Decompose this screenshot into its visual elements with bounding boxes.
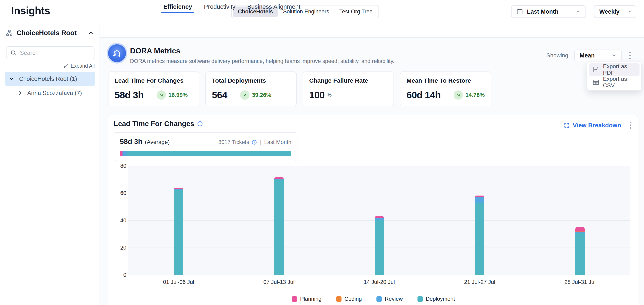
tree-item-label: ChoiceHotels Root (1) <box>19 75 77 82</box>
search-icon <box>10 49 17 56</box>
table-icon <box>592 79 599 86</box>
insights-app: Insights ChoiceHotels Solution Engineers… <box>0 0 644 305</box>
legend-item-planning[interactable]: Planning <box>292 296 322 302</box>
expand-diagonal-icon <box>64 63 69 68</box>
metric-card: Total Deployments56439.26% <box>206 71 296 106</box>
info-icon[interactable] <box>197 121 203 127</box>
y-tick-label: 40 <box>120 217 126 224</box>
bar-28-jul-31-jul[interactable] <box>575 227 585 275</box>
y-tick-label: 20 <box>120 245 126 251</box>
sidebar-divider <box>0 42 100 42</box>
period-value: Last Month <box>527 8 558 15</box>
metric-card-title: Mean Time To Restore <box>406 77 485 84</box>
metric-card-value: 564 <box>212 89 227 100</box>
tree-item-choicehotels-root[interactable]: ChoiceHotels Root (1) <box>5 72 95 86</box>
bar-segment-deployment <box>274 180 284 275</box>
dora-metrics-subtitle: DORA metrics measure software delivery p… <box>130 58 394 64</box>
tab-productivity[interactable]: Productivity <box>204 0 236 13</box>
legend-swatch <box>418 296 423 302</box>
main-tabs: Efficiency Productivity Business Alignme… <box>163 0 300 13</box>
average-label: (Average) <box>145 139 170 145</box>
lead-time-title: Lead Time For Changes <box>114 120 194 128</box>
bar-01-jul-06-jul[interactable] <box>174 188 183 275</box>
metric-card: Lead Time For Changes58d 3h16.99% <box>108 71 199 106</box>
showing-label: Showing <box>546 52 568 59</box>
lead-time-kebab-menu-icon[interactable] <box>629 120 632 130</box>
chevron-up-icon[interactable] <box>88 30 94 36</box>
bar-21-jul-27-jul[interactable] <box>475 196 484 275</box>
chevron-down-icon[interactable] <box>9 76 15 82</box>
sidebar-header[interactable]: ChoiceHotels Root <box>0 24 100 42</box>
trend-pct: 16.99% <box>168 92 188 98</box>
bar-segment-review <box>475 197 484 203</box>
y-tick-label: 80 <box>120 163 126 169</box>
progress-segment-planning <box>120 151 122 156</box>
dora-kebab-menu-icon[interactable] <box>628 51 632 60</box>
lead-time-chart: PlanningCodingReviewDeployment 020406080… <box>108 166 639 305</box>
legend-label: Deployment <box>426 296 455 302</box>
bar-07-jul-13-jul[interactable] <box>274 177 284 275</box>
legend-swatch <box>336 296 342 302</box>
metric-card-title: Lead Time For Changes <box>114 77 193 84</box>
average-value: 58d 3h <box>120 137 142 146</box>
top-controls: Last Month Weekly <box>511 5 636 18</box>
metric-card-title: Change Failure Rate <box>309 77 388 84</box>
chevron-down-icon <box>611 53 616 58</box>
tab-business-alignment[interactable]: Business Alignment <box>247 0 300 13</box>
chevron-down-icon <box>628 9 633 14</box>
legend-item-coding[interactable]: Coding <box>336 296 362 302</box>
tree-item-label: Anna Scozzafava (7) <box>27 90 82 96</box>
metric-card-value: 60d 14h <box>406 89 441 100</box>
expand-all-label: Expand All <box>71 63 95 69</box>
x-tick-label: 28 Jul-31 Jul <box>564 279 596 285</box>
period-dropdown[interactable]: Last Month <box>511 5 586 18</box>
export-as-csv-label: Export as CSV <box>603 76 636 89</box>
metric-card-unit: % <box>326 92 332 98</box>
org-tree: ChoiceHotels Root (1) Anna Scozzafava (7… <box>5 72 95 99</box>
x-tick-label: 21 Jul-27 Jul <box>464 279 495 285</box>
grid-line <box>128 166 630 166</box>
average-period: Last Month <box>264 139 291 145</box>
x-tick-label: 14 Jul-20 Jul <box>364 279 395 285</box>
trend-down-arrow-icon <box>157 90 166 100</box>
view-breakdown-label: View Breakdown <box>573 122 621 129</box>
lead-time-title-row: Lead Time For Changes <box>114 120 203 128</box>
org-tab-test-org-tree[interactable]: Test Org Tree <box>334 6 378 17</box>
tab-efficiency[interactable]: Efficiency <box>163 0 192 13</box>
bar-segment-deployment <box>374 220 384 275</box>
view-breakdown-button[interactable]: View Breakdown <box>564 122 621 129</box>
chart-legend: PlanningCodingReviewDeployment <box>108 296 639 302</box>
bar-segment-planning <box>374 216 384 218</box>
org-tree-sidebar: ChoiceHotels Root Expand All ChoiceH <box>0 24 100 305</box>
granularity-dropdown[interactable]: Weekly <box>594 5 636 18</box>
grid-line <box>128 193 630 193</box>
dora-metrics-icon <box>108 44 126 62</box>
x-tick-label: 01 Jul-06 Jul <box>163 279 194 285</box>
export-as-csv-item[interactable]: Export as CSV <box>589 76 640 88</box>
trend-badge: 16.99% <box>157 90 188 100</box>
legend-swatch <box>292 296 297 302</box>
metric-card-value: 100 <box>309 89 324 100</box>
bar-segment-deployment <box>174 190 183 275</box>
info-icon[interactable] <box>252 139 257 145</box>
search-input[interactable] <box>20 49 90 56</box>
export-as-pdf-item[interactable]: Export as PDF <box>589 63 640 76</box>
bar-14-jul-20-jul[interactable] <box>374 216 384 275</box>
search-box[interactable] <box>6 46 94 59</box>
bar-segment-review <box>374 218 384 220</box>
legend-label: Coding <box>344 296 362 302</box>
tickets-count: 8017 Tickets <box>218 139 249 145</box>
y-tick-label: 0 <box>123 272 126 278</box>
metric-card-value: 58d 3h <box>114 89 144 100</box>
expand-all-button[interactable]: Expand All <box>64 63 95 69</box>
showing-controls: Showing Mean <box>546 49 632 61</box>
chevron-right-icon[interactable] <box>18 90 23 96</box>
aggregation-dropdown[interactable]: Mean <box>574 49 622 61</box>
sidebar-root-label: ChoiceHotels Root <box>17 29 84 37</box>
tree-item-anna-scozzafava[interactable]: Anna Scozzafava (7) <box>14 87 95 99</box>
legend-item-review[interactable]: Review <box>376 296 403 302</box>
top-bar: Insights ChoiceHotels Solution Engineers… <box>0 0 644 24</box>
bar-segment-planning <box>575 227 585 231</box>
legend-item-deployment[interactable]: Deployment <box>418 296 455 302</box>
trend-up-arrow-icon <box>240 90 250 100</box>
